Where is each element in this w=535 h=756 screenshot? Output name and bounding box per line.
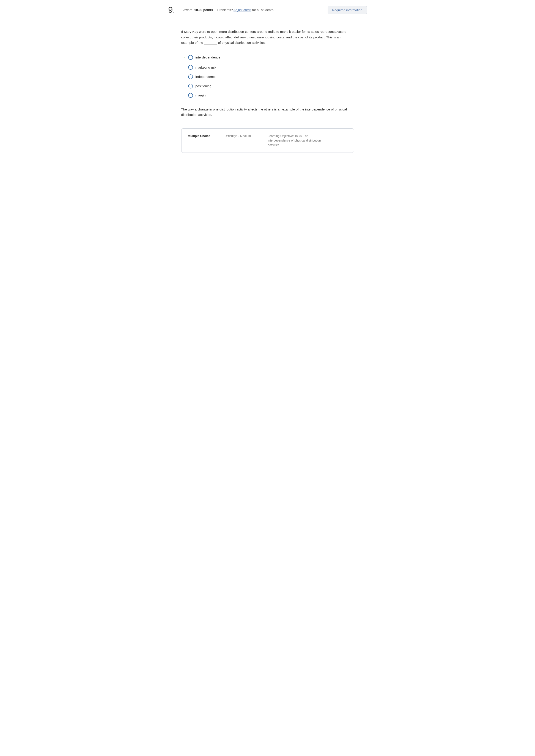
metadata-row: Multiple Choice Difficulty: 2 Medium Lea…: [188, 134, 347, 148]
option-1[interactable]: → interdependence: [181, 52, 354, 63]
required-information-button[interactable]: Required information: [327, 6, 367, 14]
metadata-type: Multiple Choice: [188, 134, 216, 138]
option-2[interactable]: marketing mix: [181, 63, 354, 72]
option-5[interactable]: margin: [181, 91, 354, 100]
option-label-3: independence: [196, 74, 216, 79]
radio-circle-4[interactable]: [188, 84, 193, 89]
question-text: If Mary Kay were to open more distributi…: [181, 29, 354, 45]
for-all-students-label: for all students.: [252, 8, 274, 12]
option-label-1: interdependence: [196, 55, 221, 60]
arrow-icon: →: [181, 54, 185, 61]
award-text: Award: 10.00 points: [183, 8, 213, 13]
metadata-box: Multiple Choice Difficulty: 2 Medium Lea…: [181, 128, 354, 153]
explanation-text: The way a change in one distribution act…: [181, 107, 354, 118]
metadata-learning: Learning Objective: 15-07 The interdepen…: [268, 134, 328, 148]
award-label: Award:: [183, 8, 193, 12]
problems-label: Problems?: [217, 8, 233, 12]
option-label-5: margin: [196, 93, 206, 98]
option-4[interactable]: positioning: [181, 81, 354, 91]
question-body: If Mary Kay were to open more distributi…: [168, 20, 367, 159]
problems-text: Problems? Adjust credit for all students…: [217, 8, 274, 13]
option-label-4: positioning: [196, 84, 211, 89]
adjust-credit-link[interactable]: Adjust credit: [234, 8, 251, 12]
option-3[interactable]: independence: [181, 72, 354, 81]
question-header: 9. Award: 10.00 points Problems? Adjust …: [168, 0, 367, 20]
options-list: → interdependence marketing mix independ…: [181, 52, 354, 100]
radio-circle-2[interactable]: [188, 65, 193, 70]
option-label-2: marketing mix: [196, 65, 216, 70]
award-points: 10.00 points: [194, 8, 213, 12]
radio-circle-1[interactable]: [188, 55, 193, 60]
metadata-difficulty: Difficulty: 2 Medium: [225, 134, 259, 138]
question-number: 9.: [168, 4, 179, 16]
radio-circle-3[interactable]: [188, 74, 193, 79]
radio-circle-5[interactable]: [188, 93, 193, 98]
